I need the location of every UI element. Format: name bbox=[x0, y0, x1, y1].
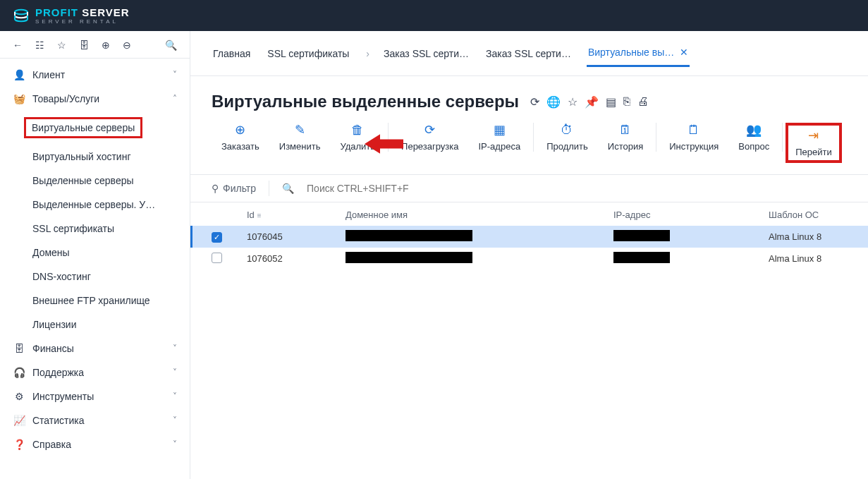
logo-text: PROFIT SERVER SERVER RENTAL bbox=[35, 7, 130, 25]
table-row[interactable]: 1076052 Alma Linux 8 bbox=[190, 248, 868, 269]
search-icon: 🔍 bbox=[282, 183, 294, 194]
help-icon: ❓ bbox=[13, 439, 25, 450]
row-checkbox[interactable] bbox=[212, 253, 222, 263]
sidebar-item-label: Справка bbox=[32, 439, 71, 450]
sidebar-sub-dedicated-servers-u[interactable]: Выделенные серверы. У… bbox=[32, 193, 190, 217]
cell-ip bbox=[613, 230, 769, 243]
col-domain[interactable]: Доменное имя bbox=[346, 210, 613, 220]
action-instruction[interactable]: 🗒 Инструкция bbox=[659, 123, 728, 152]
sidebar-item-tools[interactable]: ⚙ Инструменты ˅ bbox=[0, 384, 190, 408]
ip-icon: ▦ bbox=[494, 123, 506, 137]
sidebar-sub-dedicated-servers[interactable]: Выделенные серверы bbox=[32, 169, 190, 193]
search-icon[interactable]: 🔍 bbox=[165, 40, 177, 51]
cell-os: Alma Linux 8 bbox=[769, 231, 847, 242]
redacted bbox=[613, 252, 670, 263]
sidebar-item-statistics[interactable]: 📈 Статистика ˅ bbox=[0, 408, 190, 432]
sidebar-item-label: Клиент bbox=[32, 69, 65, 80]
chevron-up-icon: ˄ bbox=[173, 94, 177, 104]
sidebar-sub-ftp[interactable]: Внешнее FTP хранилище bbox=[32, 289, 190, 313]
cell-id: 1076052 bbox=[247, 253, 346, 264]
globe-icon[interactable]: 🌐 bbox=[546, 95, 561, 109]
sidebar-item-label: Товары/Услуги bbox=[32, 93, 99, 104]
chart-icon: 📈 bbox=[13, 415, 25, 426]
action-edit[interactable]: ✎ Изменить bbox=[269, 123, 331, 152]
sidebar-item-finance[interactable]: 🗄 Финансы ˅ bbox=[0, 336, 190, 360]
logo[interactable]: PROFIT SERVER SERVER RENTAL bbox=[13, 7, 130, 25]
action-history[interactable]: 🗓 История bbox=[598, 123, 656, 152]
action-label: Вопрос bbox=[738, 141, 769, 152]
redacted bbox=[346, 252, 472, 263]
cell-domain bbox=[346, 230, 613, 243]
goto-icon: ⇥ bbox=[808, 128, 819, 143]
action-goto[interactable]: ⇥ Перейти bbox=[786, 123, 842, 163]
tree-icon[interactable]: ☷ bbox=[35, 40, 44, 51]
tab-main[interactable]: Главная bbox=[212, 44, 252, 66]
sidebar-item-support[interactable]: 🎧 Поддержка ˅ bbox=[0, 360, 190, 384]
calendar-icon: 🗓 bbox=[619, 123, 632, 137]
table-row[interactable]: ✓ 1076045 Alma Linux 8 bbox=[190, 226, 868, 248]
action-label: Инструкция bbox=[669, 141, 719, 152]
export-icon[interactable]: ⎘ bbox=[623, 95, 630, 109]
print-icon[interactable]: 🖨 bbox=[637, 95, 649, 109]
content: Главная SSL сертификаты Заказ SSL серти…… bbox=[190, 31, 868, 479]
divider bbox=[269, 181, 269, 196]
edit-icon: ✎ bbox=[295, 123, 305, 137]
highlighted-menu-item: Виртуальные серверы bbox=[24, 117, 142, 138]
action-renew[interactable]: ⏱ Продлить bbox=[537, 123, 598, 152]
tab-ssl-order-1[interactable]: Заказ SSL серти… bbox=[365, 44, 470, 66]
close-icon[interactable]: ✕ bbox=[680, 47, 688, 58]
tab-ssl-order-2[interactable]: Заказ SSL серти… bbox=[484, 44, 573, 66]
action-question[interactable]: 👥 Вопрос bbox=[728, 123, 783, 152]
star-icon[interactable]: ☆ bbox=[568, 95, 577, 109]
plus-icon: ⊕ bbox=[235, 123, 245, 137]
minus-icon[interactable]: ⊖ bbox=[123, 40, 131, 51]
sidebar-sub-virtual-hosting[interactable]: Виртуальный хостинг bbox=[32, 145, 190, 169]
tab-ssl-certs[interactable]: SSL сертификаты bbox=[266, 44, 350, 66]
briefcase-icon[interactable]: 🗄 bbox=[79, 40, 89, 51]
cell-id: 1076045 bbox=[247, 231, 346, 242]
toolbar: ⊕ Заказать ✎ Изменить 🗑 Удалить ⟳ Переза… bbox=[190, 123, 868, 174]
sidebar-sub-virtual-servers[interactable]: Виртуальные серверы bbox=[32, 111, 190, 145]
chevron-down-icon: ˅ bbox=[173, 344, 177, 353]
sidebar-sub-domains[interactable]: Домены bbox=[32, 241, 190, 265]
col-id[interactable]: Id≡ bbox=[247, 210, 346, 220]
sidebar-item-products[interactable]: 🧺 Товары/Услуги ˄ bbox=[0, 87, 190, 111]
col-os[interactable]: Шаблон ОС bbox=[769, 210, 847, 220]
users-icon: 👥 bbox=[746, 123, 762, 137]
sidebar-sub-ssl[interactable]: SSL сертификаты bbox=[32, 217, 190, 241]
logo-icon bbox=[13, 7, 30, 24]
sidebar-nav: 👤 Клиент ˅ 🧺 Товары/Услуги ˄ Виртуальные… bbox=[0, 59, 190, 479]
action-order[interactable]: ⊕ Заказать bbox=[212, 123, 269, 152]
action-ip[interactable]: ▦ IP-адреса bbox=[469, 123, 534, 152]
refresh-icon[interactable]: ⟳ bbox=[530, 95, 539, 109]
doc-icon: 🗒 bbox=[687, 123, 700, 137]
sort-icon: ≡ bbox=[257, 212, 262, 219]
chevron-down-icon: ˅ bbox=[173, 368, 177, 377]
filter-button[interactable]: ⚲ Фильтр bbox=[212, 183, 256, 194]
sidebar-item-client[interactable]: 👤 Клиент ˅ bbox=[0, 63, 190, 87]
pin-icon[interactable]: 📌 bbox=[585, 95, 599, 109]
page-title: Виртуальные выделенные серверы bbox=[212, 92, 519, 111]
chevron-down-icon: ˅ bbox=[173, 392, 177, 401]
search-input[interactable] bbox=[307, 183, 847, 194]
tab-virtual-servers[interactable]: Виртуальные вы… ✕ bbox=[587, 42, 690, 67]
star-icon[interactable]: ☆ bbox=[57, 40, 66, 51]
action-label: IP-адреса bbox=[479, 141, 521, 152]
breadcrumb: Главная SSL сертификаты Заказ SSL серти…… bbox=[190, 31, 868, 76]
trash-icon: 🗑 bbox=[351, 123, 364, 137]
row-checkbox[interactable]: ✓ bbox=[212, 232, 222, 243]
sidebar-item-help[interactable]: ❓ Справка ˅ bbox=[0, 432, 190, 456]
columns-icon[interactable]: ▤ bbox=[606, 95, 616, 109]
plus-icon[interactable]: ⊕ bbox=[102, 40, 110, 51]
col-ip[interactable]: IP-адрес bbox=[613, 210, 769, 220]
action-label: Продлить bbox=[546, 141, 588, 152]
cell-domain bbox=[346, 252, 613, 265]
chevron-down-icon: ˅ bbox=[173, 439, 177, 449]
back-icon[interactable]: ← bbox=[13, 40, 23, 51]
sidebar: ← ☷ ☆ 🗄 ⊕ ⊖ 🔍 👤 Клиент ˅ 🧺 Товары/Услуги… bbox=[0, 31, 190, 479]
sidebar-sub-licenses[interactable]: Лицензии bbox=[32, 313, 190, 336]
cell-ip bbox=[613, 252, 769, 265]
sidebar-item-label: Поддержка bbox=[32, 367, 84, 378]
basket-icon: 🧺 bbox=[13, 93, 25, 104]
sidebar-sub-dns[interactable]: DNS-хостинг bbox=[32, 265, 190, 289]
